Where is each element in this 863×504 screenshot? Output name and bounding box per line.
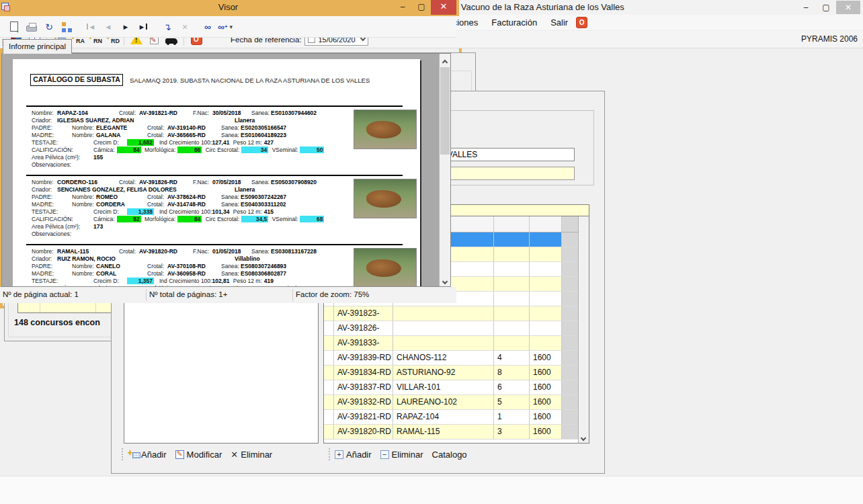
report-page: CATÁLOGO DE SUBASTA SALAMAQ 2019. SUBAST… — [13, 59, 420, 287]
exit-power-icon[interactable]: O — [576, 17, 587, 28]
animal-photo — [354, 248, 417, 287]
scroll-down-icon[interactable] — [581, 435, 586, 441]
maximize-button[interactable]: ▢ — [412, 2, 431, 11]
eliminar-animal-button[interactable]: −Eliminar — [380, 450, 423, 460]
group-tree-icon[interactable] — [58, 19, 75, 34]
window-icon — [1, 3, 10, 11]
animal-row[interactable]: AV-391821-RD RAPAZ-104 1 1600 — [324, 410, 589, 425]
minus-box-icon: − — [380, 450, 389, 459]
export-report-icon[interactable] — [5, 19, 23, 34]
print-icon[interactable] — [23, 19, 40, 34]
animal-photo — [354, 179, 417, 218]
menu-item[interactable]: Facturación — [485, 15, 544, 30]
animal-photo — [354, 110, 417, 149]
next-page-icon[interactable]: ► — [117, 19, 134, 34]
edit-icon — [175, 450, 184, 459]
zoom-factor-status: Factor de zoom: 75% — [293, 289, 456, 301]
last-page-icon[interactable]: ► — [134, 19, 152, 34]
restore-button[interactable]: ▢ — [816, 1, 836, 14]
scrollbar-thumb[interactable] — [440, 67, 450, 155]
dropdown-icon: ▾ — [230, 24, 233, 30]
total-pages-status: Nº total de páginas: 1+ — [147, 289, 293, 301]
bottom-strip — [0, 476, 863, 504]
goto-page-icon[interactable]: ↴ — [159, 19, 176, 34]
catalogo-button[interactable]: Catalogo — [432, 450, 470, 460]
animal-row[interactable]: AV-391834-RD ASTURIANO-92 8 1600 — [324, 366, 589, 380]
visor-window-title: Visor — [218, 2, 238, 12]
animal-row[interactable]: AV-391837-RD VILLAR-101 6 1600 — [324, 380, 589, 395]
report-title: SALAMAQ 2019. SUBASTA NACIONAL DE LA RAZ… — [130, 77, 370, 84]
animales-scrollbar[interactable] — [578, 216, 589, 443]
scroll-down-icon[interactable] — [442, 279, 448, 284]
anadir-animal-button[interactable]: +Añadir — [335, 450, 372, 460]
previous-page-icon[interactable]: ◄ — [99, 19, 117, 34]
animal-row[interactable]: AV-391823- — [324, 306, 589, 321]
close-button[interactable]: ✕ — [836, 1, 860, 14]
animal-row[interactable]: AV-391833- — [324, 336, 589, 351]
catalog-title-box: CATÁLOGO DE SUBASTA — [30, 74, 123, 86]
minimize-button[interactable]: – — [393, 2, 412, 11]
first-page-icon[interactable]: ◄ — [82, 19, 99, 34]
minimize-button[interactable]: – — [796, 1, 816, 14]
brand-label: PYRAMIS 2006 — [801, 34, 858, 44]
animal-row[interactable]: AV-391826- — [324, 321, 589, 336]
modificar-button[interactable]: Modificar — [175, 450, 222, 460]
scroll-up-icon[interactable] — [442, 60, 448, 65]
animal-row[interactable]: AV-391839-RD CHANOS-112 4 1600 — [324, 351, 589, 366]
animal-row[interactable]: AV-391832-RD LAUREANO-102 5 1600 — [324, 395, 589, 410]
visor-statusbar: Nº de página actual: 1 Nº total de págin… — [0, 287, 456, 303]
animales-actions: +Añadir −Eliminar Catalogo — [327, 446, 479, 462]
refresh-icon[interactable]: ↻ — [40, 19, 58, 34]
visor-titlebar: Visor – ▢ ✕ — [0, 0, 459, 16]
desktop: ASEAVA - Asociación Española de Criadore… — [0, 0, 863, 504]
plus-box-icon: + — [335, 450, 343, 459]
animal-record: Nombre:RAMAL-115 Crotal:AV-391820-RD F.N… — [26, 244, 403, 287]
tab-informe-principal[interactable]: Informe principal — [3, 39, 72, 54]
visor-toolbar: ↻ ◄ ◄ ► ► ↴ × ∞ ∞+▾ — [0, 16, 456, 38]
delete-icon: ✕ — [231, 450, 238, 460]
animal-record: Nombre:RAPAZ-104 Crotal:AV-391821-RD F.N… — [26, 106, 403, 175]
menu-item[interactable]: Salir — [544, 15, 575, 30]
eliminar-seccion-button[interactable]: ✕Eliminar — [231, 450, 272, 460]
zoom-icon[interactable]: ∞+▾ — [216, 19, 234, 34]
report-area: CATÁLOGO DE SUBASTA SALAMAQ 2019. SUBAST… — [1, 53, 451, 287]
close-button[interactable]: ✕ — [431, 0, 456, 15]
add-icon: + — [128, 450, 138, 459]
anadir-seccion-button[interactable]: +Añadir — [128, 450, 167, 460]
results-count-label: 148 concursos encon — [14, 318, 100, 327]
animal-record: Nombre:CORDERO-116 Crotal:AV-391826-RD F… — [26, 175, 403, 244]
secciones-actions: +Añadir Modificar ✕Eliminar — [120, 446, 281, 462]
search-icon[interactable]: ∞ — [199, 19, 216, 34]
animal-row[interactable]: AV-391820-RD RAMAL-115 3 1600 — [324, 425, 589, 439]
report-scrollbar[interactable] — [439, 54, 450, 286]
current-page-status: Nº de página actual: 1 — [0, 289, 147, 301]
cancel-icon[interactable]: × — [176, 19, 194, 34]
